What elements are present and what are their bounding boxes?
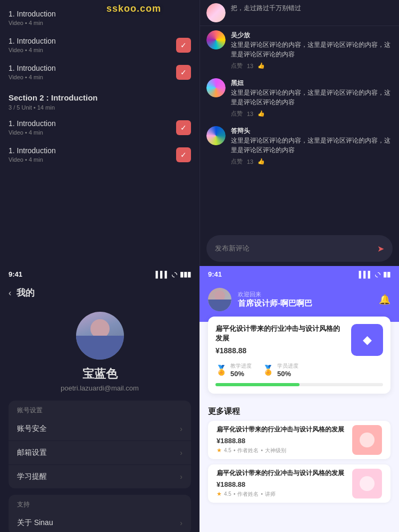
wifi-icon: ◟◝ [172,271,177,278]
progress-bar [215,383,383,386]
check-icon: ✓ [180,41,187,49]
comment-text: 答辩头 这里是评论区评论的内容，这里是评论区评论的内容，这里是评论区评论的内容 [231,126,393,155]
comment-scroll: 吴少放 这里是评论区评论的内容，这里是评论区评论的内容，这里是评论区评论的内容 … [200,26,399,231]
comment-text: 黑妞 这里是评论区评论的内容，这里是评论区评论的内容，这里是评论区评论的内容 [231,78,393,107]
svg-rect-2 [76,312,124,360]
settings-item-email[interactable]: 邮箱设置 › [9,441,191,465]
student-progress-label: 学员进度 [277,362,298,370]
settings-item-reminder[interactable]: 学习提醒 › [9,465,191,488]
course-thumbnail [352,469,382,498]
svg-point-3 [214,290,225,301]
teacher-progress-value: 50% [230,370,252,378]
settings-item-label: 账号安全 [17,424,47,434]
check-box: ✓ [176,120,191,135]
settings-section-label: 账号设置 [9,401,191,417]
comment-text: 吴少放 这里是评论区评论的内容，这里是评论区评论的内容，这里是评论区评论的内容 [231,30,393,59]
signal-icon: ▌▌▌ [359,271,372,278]
status-time: 9:41 [208,270,222,278]
welcome-name: 首席设计师-啊巴啊巴 [238,298,372,309]
star-icon: ★ [217,491,222,497]
chevron-right-icon: › [180,519,182,527]
comment-input-bar[interactable]: 发布新评论 ➤ [206,235,393,262]
comment-input-placeholder: 发布新评论 [215,244,373,253]
comment-item: 吴少放 这里是评论区评论的内容，这里是评论区评论的内容，这里是评论区评论的内容 … [206,30,393,70]
profile-email: poetri.lazuardi@mail.com [0,384,200,392]
avatar [206,126,226,145]
check-icon: ✓ [180,151,187,159]
course-item-title: 1. Introduction [9,64,56,72]
course-item-title: 1. Introduction [9,37,56,45]
course-card-thumbnail: ◆ [351,324,383,356]
thumb-up-icon[interactable]: 👍 [257,62,265,69]
settings-item-about[interactable]: 关于 Sinau › [9,511,191,532]
more-course-price: ¥1888.88 [217,437,346,445]
more-courses-label: 更多课程 [200,400,399,421]
student-progress-item: 🏅 学员进度 50% [262,362,298,378]
check-icon: ✓ [180,123,187,132]
profile-avatar [76,312,124,360]
thumb-circle [360,476,375,491]
thumb-up-icon[interactable]: 👍 [257,158,265,165]
top-comment-text: 把，走过路过千万别错过 [231,3,393,13]
star-icon: ★ [217,447,222,454]
settings-card: 账号设置 账号安全 › 邮箱设置 › 学习提醒 › [9,401,191,488]
featured-course-card[interactable]: 扁平化设计带来的行业冲击与设计风格的发展 ¥1888.88 ◆ 🏅 教学进度 5… [208,317,390,394]
more-course-item[interactable]: 扁平化设计带来的行业冲击与设计风格的发展 ¥1888.88 ★ 4.5 • 作者… [208,464,390,503]
course-item[interactable]: 1. Introduction Video • 4 min [0,4,200,31]
back-button[interactable]: ‹ [9,288,11,298]
more-course-title: 扁平化设计带来的行业冲击与设计风格的发展 [217,469,346,478]
progress-row: 🏅 教学进度 50% 🏅 学员进度 50% [215,362,383,378]
medal-icon: 🏅 [215,364,227,376]
like-count: 13 [247,159,253,165]
svg-point-1 [85,344,115,360]
profile-name: 宝蓝色 [0,366,200,382]
check-box: ✓ [176,38,191,53]
status-time: 9:41 [9,270,22,278]
signal-icon: ▌▌▌ [155,271,169,278]
settings-item-label: 邮箱设置 [17,448,47,458]
more-course-item[interactable]: 扁平化设计带来的行业冲击与设计风格的发展 ¥1888.88 ★ 4.5 • 作者… [208,421,390,459]
avatar-svg [76,312,124,360]
settings-item-label: 学习提醒 [17,472,47,481]
send-icon[interactable]: ➤ [377,244,384,254]
avatar [206,30,226,49]
status-bar: 9:41 ▌▌▌ ◟◝ ▮▮ [200,266,399,282]
check-box: ✓ [176,147,191,162]
avatar [206,78,226,97]
progress-bar-fill [215,383,300,386]
more-course-price: ¥1888.88 [217,480,346,488]
avatar [206,3,226,22]
section-header: Section 2 : Introduction 3 / 5 Unit • 14… [0,86,200,114]
course-item[interactable]: 1. Introduction Video • 4 min ✓ [0,59,200,86]
teacher-progress-label: 教学进度 [230,362,252,370]
chevron-right-icon: › [180,425,182,433]
course-card-title: 扁平化设计带来的行业冲击与设计风格的发展 [215,324,345,343]
more-course-meta: ★ 4.5 • 作者姓名 • 大神级别 [217,447,346,454]
comment-item: 黑妞 这里是评论区评论的内容，这里是评论区评论的内容，这里是评论区评论的内容 点… [206,78,393,118]
more-course-title: 扁平化设计带来的行业冲击与设计风格的发展 [217,425,346,434]
like-count: 13 [247,111,253,117]
bell-icon[interactable]: 🔔 [379,294,390,305]
battery-icon: ▮▮ [383,270,390,278]
nav-title: 我的 [16,287,35,299]
profile-avatar-wrap [0,303,200,366]
course-item-title: 1. Introduction [9,146,56,155]
like-count: 13 [247,63,253,69]
thumb-up-icon[interactable]: 👍 [257,110,265,117]
top-comment-item: 把，走过路过千万别错过 [200,0,399,26]
settings-item-label: 关于 Sinau [17,518,53,528]
settings-item-account-security[interactable]: 账号安全 › [9,417,191,441]
svg-point-0 [90,319,110,338]
status-bar: 9:41 ▌▌▌ ◟◝ ▮▮▮ [0,266,200,282]
user-avatar [208,288,231,311]
like-label: 点赞 [231,157,243,165]
course-item-meta: Video • 4 min [9,47,56,53]
course-item[interactable]: 1. Introduction Video • 4 min ✓ [0,31,200,59]
thumb-circle [360,433,375,447]
section-title: Section 2 : Introduction [9,93,191,102]
profile-panel: 9:41 ▌▌▌ ◟◝ ▮▮▮ ‹ 我的 宝蓝色 [0,266,200,532]
course-item[interactable]: 1. Introduction Video • 4 min ✓ [0,114,200,141]
course-item-meta: Video • 4 min [9,129,56,136]
section-meta: 3 / 5 Unit • 14 min [9,104,191,111]
course-item[interactable]: 1. Introduction Video • 4 min ✓ [0,141,200,168]
